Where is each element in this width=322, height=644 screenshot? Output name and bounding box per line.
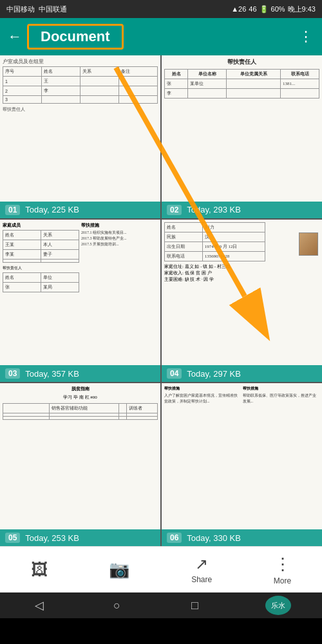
photo-date-5: Today, 253 KB	[25, 533, 79, 543]
system-recent-button[interactable]: □	[187, 598, 203, 613]
photo-cell-2[interactable]: 帮扶责任人 姓名单位名称单位党属关系联系电话 张某单位1381... 李 02 …	[162, 55, 322, 218]
title-box: Document	[27, 24, 124, 50]
nav-camera[interactable]: 📷	[109, 560, 129, 580]
face-photo	[299, 232, 318, 256]
status-icons: ▲26 46 🔋 60% 晚上9:43	[231, 5, 316, 14]
gallery-icon: 🖼	[31, 560, 48, 580]
status-bar: 中国移动 中国联通 ▲26 46 🔋 60% 晚上9:43	[0, 0, 322, 18]
wifi-signal: ▲26	[231, 5, 246, 13]
battery-icon: 🔋	[260, 5, 269, 14]
photo-date-4: Today, 297 KB	[187, 369, 241, 379]
back-button[interactable]: ←	[8, 28, 22, 45]
carrier1: 中国移动	[6, 5, 35, 14]
camera-icon: 📷	[109, 560, 129, 580]
more-label: More	[274, 576, 291, 585]
system-home-button[interactable]: ○	[109, 598, 125, 613]
photo-label-6: 06 Today, 330 KB	[162, 529, 322, 546]
photo-cell-4[interactable]: 姓名刘 力 民族汉 出生日期1974年 9 月 12日 联系电话13569072…	[162, 220, 322, 383]
carrier-info: 中国移动 中国联通	[6, 5, 67, 14]
header-more-button[interactable]: ⋮	[299, 28, 313, 45]
nav-more[interactable]: ⋮ More	[274, 554, 291, 585]
photo-label-1: 01 Today, 225 KB	[0, 202, 160, 218]
photo-num-6: 06	[167, 533, 182, 543]
bottom-nav: 🖼 📷 ↗ Share ⋮ More	[0, 546, 322, 592]
photo-cell-5[interactable]: 脱贫指南 学习 毕 南 杠 #00 销售器官辅助功能训练者 05 Today, …	[0, 383, 160, 546]
share-label: Share	[191, 575, 212, 584]
nav-share[interactable]: ↗ Share	[191, 555, 212, 584]
recent-icon: □	[191, 599, 198, 612]
photo-date-1: Today, 225 KB	[25, 205, 79, 214]
photo-label-4: 04 Today, 297 KB	[162, 365, 322, 382]
carrier2: 中国联通	[39, 5, 67, 14]
photo-num-4: 04	[167, 368, 182, 379]
photo-label-5: 05 Today, 253 KB	[0, 529, 160, 546]
share-icon: ↗	[195, 555, 208, 573]
battery-percent: 60%	[271, 5, 285, 13]
photo-label-3: 03 Today, 357 KB	[0, 365, 160, 382]
photo-date-2: Today, 293 KB	[187, 205, 241, 214]
system-back-button[interactable]: ◁	[32, 598, 47, 613]
photo-num-3: 03	[5, 368, 20, 379]
page-title: Document	[41, 28, 110, 44]
photo-cell-1[interactable]: 户室成员及在组里 序号姓名关系备注 1王 2李 3 帮扶责任人 01 Today…	[0, 55, 160, 218]
system-nav-bar: ◁ ○ □ 乐水	[0, 592, 322, 618]
more-icon: ⋮	[274, 554, 291, 574]
photo-date-6: Today, 330 KB	[187, 533, 241, 543]
photo-num-2: 02	[167, 205, 182, 215]
photo-grid: 户室成员及在组里 序号姓名关系备注 1王 2李 3 帮扶责任人 01 Today…	[0, 55, 322, 546]
photo-num-1: 01	[5, 205, 20, 215]
lte-label: 46	[249, 5, 256, 13]
home-icon: ○	[113, 599, 120, 612]
watermark-badge: 乐水	[265, 596, 291, 615]
back-icon: ◁	[35, 598, 44, 612]
photo-cell-6[interactable]: 帮扶措施 入户了解贫困户家庭基本情况，宣传精准扶贫政策，并制定帮扶计划... 帮…	[162, 383, 322, 546]
nav-gallery[interactable]: 🖼	[31, 560, 48, 580]
photo-date-3: Today, 357 KB	[25, 369, 79, 379]
top-bar: ← Document ⋮	[0, 18, 322, 55]
time-display: 晚上9:43	[288, 5, 316, 14]
photo-num-5: 05	[5, 533, 20, 543]
photo-label-2: 02 Today, 293 KB	[162, 202, 322, 218]
photo-cell-3[interactable]: 家庭成员 姓名关系 王某本人 李某妻子 帮扶责任人 姓名单位 张某局 帮扶措施 …	[0, 220, 160, 383]
